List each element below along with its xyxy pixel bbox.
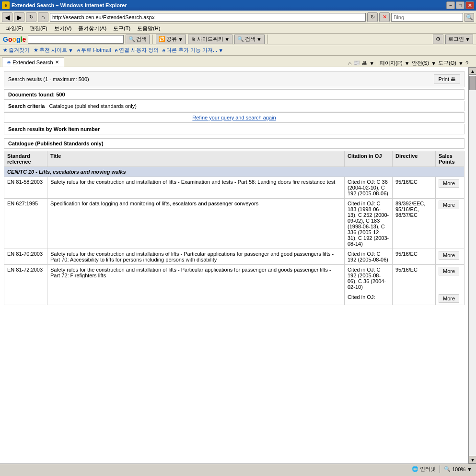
col-header-title: Title bbox=[47, 151, 345, 167]
scroll-down-button[interactable]: ▼ bbox=[469, 456, 476, 464]
refresh-go-button[interactable]: ↻ bbox=[367, 12, 378, 22]
col-header-citation: Citation in OJ bbox=[345, 151, 393, 167]
row4-title: Safety rules for the construction and in… bbox=[47, 265, 345, 292]
menu-help[interactable]: 도움말(H) bbox=[134, 24, 163, 33]
table-row: EN 81-58:2003 Safety rules for the const… bbox=[4, 177, 464, 199]
row1-directive: 95/16/EC bbox=[393, 177, 436, 199]
internet-icon: 🌐 bbox=[412, 466, 418, 472]
row2-title: Specification for data logging and monit… bbox=[47, 199, 345, 249]
row4-directive: 95/16/EC bbox=[393, 265, 436, 292]
internet-zone: 🌐 인터넷 bbox=[412, 465, 436, 473]
zoom-icon: 🔍 bbox=[444, 466, 451, 472]
tab-close-icon[interactable]: ✕ bbox=[55, 60, 59, 65]
row4-more-button[interactable]: More bbox=[439, 267, 459, 275]
window-icon: e bbox=[2, 1, 10, 9]
row1-more-button[interactable]: More bbox=[439, 179, 459, 188]
table-row: EN 81-70:2003 Safety rules for the const… bbox=[4, 249, 464, 265]
window-title: Extended Search – Windows Internet Explo… bbox=[12, 2, 446, 8]
row2-directive: 89/392/EEC, 95/16/EC, 98/37/EC bbox=[393, 199, 436, 249]
page-menu[interactable]: 페이지(P) bbox=[380, 60, 403, 67]
tab-extended-search[interactable]: e Extended Search ✕ bbox=[2, 57, 64, 67]
row4-citation: Cited in OJ: C 192 (2005-08-06), C 36 (2… bbox=[345, 265, 393, 292]
row5-title bbox=[47, 292, 345, 305]
sidewiki-button[interactable]: 🗎 사이드위키 ▼ bbox=[188, 35, 232, 44]
row3-more-button[interactable]: More bbox=[439, 251, 459, 260]
google-search-input[interactable] bbox=[28, 35, 124, 44]
fav-item-0[interactable]: ★ 즐겨찾기 bbox=[3, 47, 30, 54]
share-button[interactable]: 🔁 공유 ▼ bbox=[156, 35, 186, 44]
fav-item-4[interactable]: e 다른 추가 기능 가져... ▼ bbox=[163, 47, 223, 54]
fav-item-3[interactable]: e 연결 사용자 정의 bbox=[115, 47, 158, 54]
google-toolbar: Google 🔍 검색 🔁 공유 ▼ 🗎 사이드위키 ▼ 🔍 검색 ▼ ⚙ 로그… bbox=[0, 34, 476, 45]
divider bbox=[152, 35, 153, 44]
window-controls: – □ ✕ bbox=[446, 1, 474, 9]
bing-search-button[interactable]: 🔍 bbox=[464, 13, 474, 22]
login-button[interactable]: 로그인 ▼ bbox=[445, 35, 473, 44]
back-button[interactable]: ◀ bbox=[2, 12, 12, 22]
row2-more-button[interactable]: More bbox=[439, 201, 459, 209]
row5-more-button[interactable]: More bbox=[439, 294, 459, 303]
google-search-button[interactable]: 🔍 검색 bbox=[126, 35, 150, 44]
stop-button[interactable]: ✕ bbox=[379, 12, 390, 22]
scroll-thumb[interactable] bbox=[469, 76, 476, 90]
docs-found-row: Documents found: 500 bbox=[4, 89, 464, 100]
menu-tools[interactable]: 도구(T) bbox=[110, 24, 133, 33]
fav-item-2[interactable]: e 무료 Hotmail bbox=[77, 47, 111, 54]
refresh-button[interactable]: ↻ bbox=[26, 12, 36, 22]
rss-icon[interactable]: 📰 bbox=[353, 60, 360, 66]
tab-bar: e Extended Search ✕ ⌂ 📰 🖶 ▼ | 페이지(P) ▼ 안… bbox=[0, 56, 476, 67]
menu-bar: 파일(F) 편집(E) 보기(V) 즐겨찾기(A) 도구(T) 도움말(H) bbox=[0, 24, 476, 34]
row4-ref: EN 81-72:2003 bbox=[4, 265, 47, 292]
print-dropdown[interactable]: ▼ bbox=[369, 60, 374, 66]
refine-link[interactable]: Refine your query and search again bbox=[4, 112, 464, 123]
tools-menu[interactable]: 도구(O) bbox=[438, 60, 456, 67]
row1-citation: Cited in OJ: C 36 (2004-02-10), C 192 (2… bbox=[345, 177, 393, 199]
print-button[interactable]: Print 🖶 bbox=[434, 74, 460, 84]
maximize-button[interactable]: □ bbox=[456, 1, 464, 9]
menu-edit[interactable]: 편집(E) bbox=[27, 24, 50, 33]
address-bar: ◀ ▶ ↻ ⌂ ↻ ✕ 🔍 bbox=[0, 11, 476, 24]
safety-menu[interactable]: 안전(S) bbox=[412, 60, 430, 67]
row3-directive: 95/16/EC bbox=[393, 249, 436, 265]
settings-button[interactable]: ⚙ bbox=[433, 35, 443, 44]
menu-view[interactable]: 보기(V) bbox=[51, 24, 75, 33]
search2-button[interactable]: 🔍 검색 ▼ bbox=[234, 35, 265, 44]
home-button[interactable]: ⌂ bbox=[38, 12, 48, 22]
fav-item-1[interactable]: ★ 추천 사이트 ▼ bbox=[34, 47, 73, 54]
row3-title: Safety rules for the construction and in… bbox=[47, 249, 345, 265]
close-button[interactable]: ✕ bbox=[465, 1, 474, 9]
tab-actions: ⌂ 📰 🖶 ▼ | 페이지(P) ▼ 안전(S) ▼ 도구(O) ▼ ? bbox=[347, 60, 474, 67]
printer-icon: 🖶 bbox=[451, 76, 456, 82]
home-icon[interactable]: ⌂ bbox=[348, 60, 352, 66]
catalogue-label: Catalogue (Published Standards only) bbox=[4, 138, 464, 149]
menu-favorites[interactable]: 즐겨찾기(A) bbox=[75, 24, 109, 33]
scroll-up-button[interactable]: ▲ bbox=[469, 67, 476, 75]
col-header-ref: Standard reference bbox=[4, 151, 47, 167]
minimize-button[interactable]: – bbox=[446, 1, 455, 9]
bing-search-input[interactable] bbox=[391, 13, 463, 22]
row5-citation: Cited in OJ: bbox=[345, 292, 393, 305]
menu-file[interactable]: 파일(F) bbox=[3, 24, 26, 33]
group-header-row: CEN/TC 10 - Lifts, escalators and moving… bbox=[4, 167, 464, 177]
google-logo: Google bbox=[3, 36, 26, 43]
row3-citation: Cited in OJ: C 192 (2005-08-06) bbox=[345, 249, 393, 265]
row2-ref: EN 627:1995 bbox=[4, 199, 47, 249]
table-row: EN 81-72:2003 Safety rules for the const… bbox=[4, 265, 464, 292]
vertical-scrollbar: ▲ ▼ bbox=[468, 67, 476, 464]
help-button[interactable]: ? bbox=[465, 60, 468, 66]
row2-sales: More bbox=[436, 199, 464, 249]
favorites-bar: ★ 즐겨찾기 ★ 추천 사이트 ▼ e 무료 Hotmail e 연결 사용자 … bbox=[0, 45, 476, 56]
print-icon[interactable]: 🖶 bbox=[362, 60, 367, 66]
row4-sales: More bbox=[436, 265, 464, 292]
row2-citation: Cited in OJ: C 183 (1998-06-13), C 252 (… bbox=[345, 199, 393, 249]
results-table: Standard reference Title Citation in OJ … bbox=[4, 151, 464, 305]
search-criteria-row: Search criteria Catalogue (published sta… bbox=[4, 101, 464, 111]
row5-directive bbox=[393, 292, 436, 305]
page-content: Search results (1 - maximum: 500) Print … bbox=[0, 67, 468, 464]
forward-button[interactable]: ▶ bbox=[14, 12, 24, 22]
row1-title: Safety rules for the construction and in… bbox=[47, 177, 345, 199]
row5-sales: More bbox=[436, 292, 464, 305]
content-area: Search results (1 - maximum: 500) Print … bbox=[0, 67, 476, 464]
address-input[interactable] bbox=[50, 13, 366, 22]
zoom-control[interactable]: 🔍 100% ▼ bbox=[444, 466, 472, 472]
